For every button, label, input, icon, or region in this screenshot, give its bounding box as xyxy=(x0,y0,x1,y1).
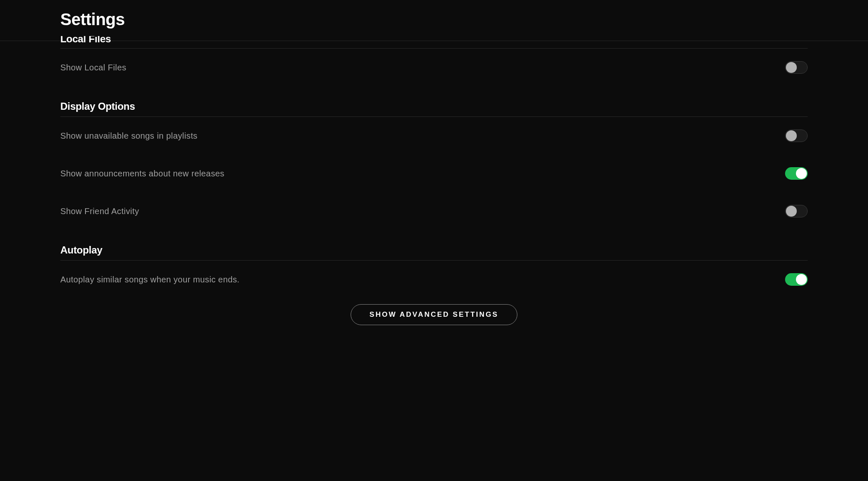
toggle-unavailable-songs[interactable] xyxy=(785,129,808,142)
section-local-files: Local Files Show Local Files xyxy=(60,36,808,86)
row-friend-activity: Show Friend Activity xyxy=(60,192,808,230)
toggle-show-local-files[interactable] xyxy=(785,61,808,74)
toggle-knob xyxy=(786,62,797,73)
label-autoplay-similar: Autoplay similar songs when your music e… xyxy=(60,275,240,284)
section-display-options: Display Options Show unavailable songs i… xyxy=(60,101,808,230)
toggle-knob xyxy=(796,168,807,179)
row-show-local-files: Show Local Files xyxy=(60,49,808,86)
row-unavailable-songs: Show unavailable songs in playlists xyxy=(60,117,808,155)
section-title-display-options: Display Options xyxy=(60,101,808,117)
advanced-settings-wrap: SHOW ADVANCED SETTINGS xyxy=(60,304,808,325)
toggle-announcements[interactable] xyxy=(785,167,808,180)
label-show-local-files: Show Local Files xyxy=(60,63,127,72)
toggle-knob xyxy=(796,274,807,285)
section-autoplay: Autoplay Autoplay similar songs when you… xyxy=(60,244,808,298)
settings-content: Local Files Show Local Files Display Opt… xyxy=(0,36,868,342)
label-unavailable-songs: Show unavailable songs in playlists xyxy=(60,131,198,141)
page-title: Settings xyxy=(60,10,868,29)
toggle-knob xyxy=(786,206,797,217)
toggle-friend-activity[interactable] xyxy=(785,205,808,217)
settings-header: Settings xyxy=(0,0,868,41)
toggle-knob xyxy=(786,130,797,141)
show-advanced-settings-button[interactable]: SHOW ADVANCED SETTINGS xyxy=(351,304,517,325)
label-announcements: Show announcements about new releases xyxy=(60,169,225,178)
section-title-local-files: Local Files xyxy=(60,36,808,49)
toggle-autoplay-similar[interactable] xyxy=(785,273,808,286)
row-announcements: Show announcements about new releases xyxy=(60,155,808,192)
label-friend-activity: Show Friend Activity xyxy=(60,207,139,216)
section-title-autoplay: Autoplay xyxy=(60,244,808,261)
row-autoplay-similar: Autoplay similar songs when your music e… xyxy=(60,261,808,298)
